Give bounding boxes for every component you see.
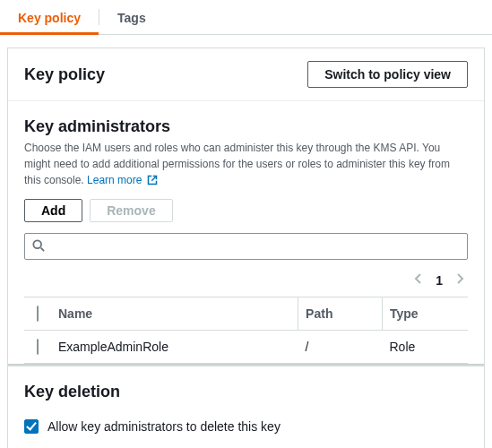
col-type[interactable]: Type — [383, 297, 469, 331]
key-policy-panel: Key policy Switch to policy view Key adm… — [7, 47, 485, 448]
search-box[interactable] — [24, 233, 468, 260]
search-input[interactable] — [50, 237, 460, 255]
select-all-header — [24, 297, 51, 331]
search-icon — [32, 239, 45, 254]
allow-delete-row[interactable]: Allow key administrators to delete this … — [24, 419, 468, 434]
switch-policy-view-button[interactable]: Switch to policy view — [307, 61, 468, 88]
row-checkbox[interactable] — [37, 339, 39, 355]
learn-more-link[interactable]: Learn more — [87, 174, 158, 186]
cell-type: Role — [383, 331, 469, 364]
allow-delete-checkbox[interactable] — [24, 419, 39, 434]
section-title-deletion: Key deletion — [24, 383, 468, 401]
panel-title: Key policy — [24, 65, 105, 84]
remove-button: Remove — [90, 199, 172, 222]
select-all-checkbox[interactable] — [37, 306, 39, 322]
col-path[interactable]: Path — [298, 297, 383, 331]
table-row[interactable]: ExampleAdminRole / Role — [24, 331, 468, 364]
section-description: Choose the IAM users and roles who can a… — [24, 140, 468, 190]
table-header-row: Name Path Type — [24, 297, 468, 331]
pagination: 1 — [24, 269, 468, 297]
cell-name: ExampleAdminRole — [51, 331, 298, 364]
allow-delete-label: Allow key administrators to delete this … — [47, 419, 281, 434]
cell-path: / — [298, 331, 383, 364]
page-number: 1 — [436, 273, 443, 288]
tab-bar: Key policy Tags — [0, 0, 492, 35]
admin-button-row: Add Remove — [24, 199, 468, 222]
key-deletion-section: Key deletion Allow key administrators to… — [8, 366, 484, 448]
tab-key-policy[interactable]: Key policy — [0, 0, 99, 34]
page-next-button[interactable] — [455, 272, 464, 288]
external-link-icon — [147, 174, 158, 190]
col-name[interactable]: Name — [51, 297, 298, 331]
svg-point-0 — [33, 240, 41, 248]
tab-tags[interactable]: Tags — [99, 0, 164, 34]
admins-table: Name Path Type ExampleAdminRole / Role — [24, 297, 468, 364]
page-prev-button[interactable] — [414, 272, 423, 288]
section-title-admins: Key administrators — [24, 117, 468, 136]
svg-line-1 — [41, 247, 45, 251]
key-administrators-section: Key administrators Choose the IAM users … — [8, 101, 484, 364]
panel-header: Key policy Switch to policy view — [8, 48, 484, 101]
add-button[interactable]: Add — [24, 199, 82, 222]
